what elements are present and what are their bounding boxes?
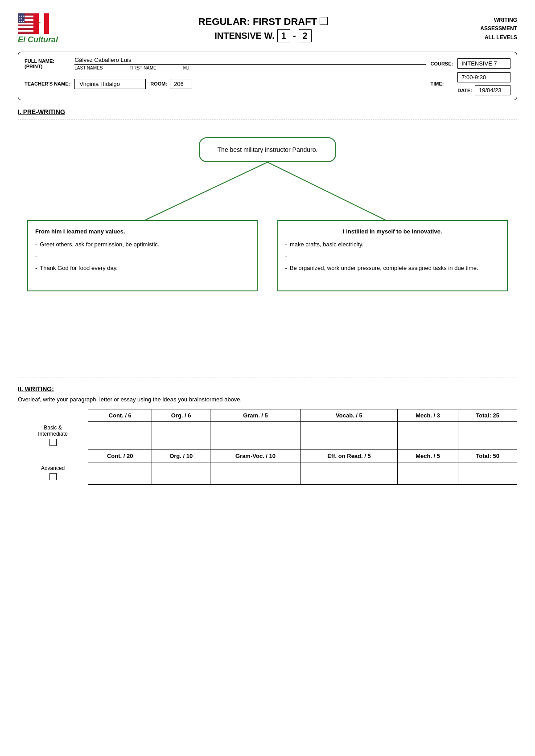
basic-gram-header: Gram. / 5 [210,409,301,422]
last-names-label: LAST NAMES [74,65,103,70]
svg-rect-5 [18,30,33,32]
logo-area: ★★★ ★★ ★★★ 🛡 El Cultural [18,13,67,45]
list-item: -make crafts, basic electricity. [285,240,500,249]
header: ★★★ ★★ ★★★ 🛡 El Cultural REGULAR: FIRST … [18,13,517,45]
basic-header-row: Cont. / 6 Org. / 6 Gram. / 5 Vocab. / 5 … [18,409,517,422]
basic-total-header: Total: 25 [458,409,517,422]
name-value: Gálvez Caballero Luis [74,57,426,65]
adv-total-score [458,462,517,485]
header-center: REGULAR: FIRST DRAFT INTENSIVE W. 1 - 2 [67,16,459,42]
svg-rect-4 [18,26,33,28]
subtitle-prefix: INTENSIVE W. [214,31,274,41]
svg-line-14 [268,162,386,220]
advanced-score-row: Advanced [18,462,517,485]
name-section: Gálvez Caballero Luis LAST NAMES FIRST N… [74,57,426,70]
adv-eff-score [300,462,397,485]
basic-org-score [152,422,210,450]
svg-text:★★★: ★★★ [19,20,25,23]
adv-org-header: Org. / 10 [152,450,210,462]
time-date-group: 7:00-9:30 DATE: 19/04/23 [457,72,510,95]
branch-right-title: I instilled in myself to be innovative. [285,227,500,237]
branch-right-list: -make crafts, basic electricity. - -Be o… [285,240,500,273]
prewriting-header: I. PRE-WRITING [18,108,517,115]
fullname-label-group: FULL NAME: (PRINT) [25,58,70,69]
time-label: TIME: [430,81,453,86]
basic-vocab-score [300,422,397,450]
mindmap-center-node: The best military instructor Panduro. [199,137,337,162]
branch-right: I instilled in myself to be innovative. … [277,220,508,291]
advanced-label-cell: Advanced [18,462,88,485]
advanced-header-row: Cont. / 20 Org. / 10 Gram-Voc. / 10 Eff.… [18,450,517,462]
basic-total-score [458,422,517,450]
writing-section: II. WRITING: Overleaf, write your paragr… [18,385,517,485]
advanced-checkbox[interactable] [49,473,57,480]
adv-org-score [152,462,210,485]
adv-mech-score [397,462,458,485]
adv-gram-header: Gram-Voc. / 10 [210,450,301,462]
adv-cont-header: Cont. / 20 [88,450,152,462]
svg-text:🛡: 🛡 [37,22,41,25]
right-line2: ASSESSMENT [459,25,517,33]
subtitle-row: INTENSIVE W. 1 - 2 [67,29,459,42]
prewriting-section: I. PRE-WRITING The best military instruc… [18,108,517,377]
right-line1: WRITING [459,16,517,25]
adv-eff-header: Eff. on Read. / 5 [300,450,397,462]
advanced-label: Advanced [21,465,84,471]
basic-org-header: Org. / 6 [152,409,210,422]
separator: - [293,31,296,41]
writing-instruction: Overleaf, write your paragraph, letter o… [18,396,517,403]
basic-checkbox[interactable] [49,439,57,446]
date-label: DATE: [457,88,472,93]
logo-text: El Cultural [18,35,67,45]
header-right-text: WRITING ASSESSMENT ALL LEVELS [459,16,517,42]
course-value: INTENSIVE 7 [457,58,510,69]
draft-checkbox[interactable] [320,17,328,25]
mindmap: The best military instructor Panduro. Fr… [27,128,508,300]
week-num1: 1 [277,29,290,42]
list-item: -Be organized, work under pressure, comp… [285,264,500,273]
first-name-label: FIRST NAME [129,65,156,70]
room-group: ROOM: 206 [150,79,192,89]
svg-line-13 [145,162,268,220]
teacher-value: Virginia Hidalgo [74,79,146,89]
branch-left-list: -Greet others, ask for permission, be op… [35,240,250,273]
prewriting-box: The best military instructor Panduro. Fr… [18,119,517,377]
basic-label: Basic &Intermediate [21,425,84,437]
list-item: - [285,252,500,262]
print-label: (PRINT) [25,64,70,69]
basic-cont-header: Cont. / 6 [88,409,152,422]
mindmap-lines-svg [27,162,508,220]
mi-label: M.I. [183,65,191,70]
info-table: FULL NAME: (PRINT) Gálvez Caballero Luis… [18,52,517,100]
adv-cont-score [88,462,152,485]
list-item: - [35,252,250,262]
basic-score-row: Basic &Intermediate [18,422,517,450]
room-value: 206 [170,79,192,89]
adv-total-header: Total: 50 [458,450,517,462]
adv-gram-score [210,462,301,485]
branch-left: From him I learned many values. -Greet o… [27,220,258,291]
basic-label-cell: Basic &Intermediate [18,422,88,450]
basic-mech-header: Mech. / 3 [397,409,458,422]
week-num2: 2 [299,29,312,42]
basic-mech-score [397,422,458,450]
logo-flag: ★★★ ★★ ★★★ 🛡 [18,13,49,34]
branch-left-title: From him I learned many values. [35,228,125,235]
basic-cont-score [88,422,152,450]
basic-vocab-header: Vocab. / 5 [300,409,397,422]
fullname-label: FULL NAME: [25,58,70,64]
scoring-table: Cont. / 6 Org. / 6 Gram. / 5 Vocab. / 5 … [18,409,517,485]
list-item: -Greet others, ask for permission, be op… [35,240,250,249]
right-line3: ALL LEVELS [459,33,517,42]
basic-gram-score [210,422,301,450]
basic-row-label-header [18,409,88,422]
teacher-room-section: Virginia Hidalgo ROOM: 206 [74,79,426,89]
mindmap-branches: From him I learned many values. -Greet o… [27,220,508,291]
title-text: REGULAR: FIRST DRAFT [198,16,317,27]
list-item: -Thank God for food every day. [35,264,250,273]
room-label: ROOM: [150,81,167,86]
writing-header: II. WRITING: [18,385,517,392]
adv-mech-header: Mech. / 5 [397,450,458,462]
main-title: REGULAR: FIRST DRAFT [67,16,459,28]
course-label: COURSE: [430,61,453,66]
